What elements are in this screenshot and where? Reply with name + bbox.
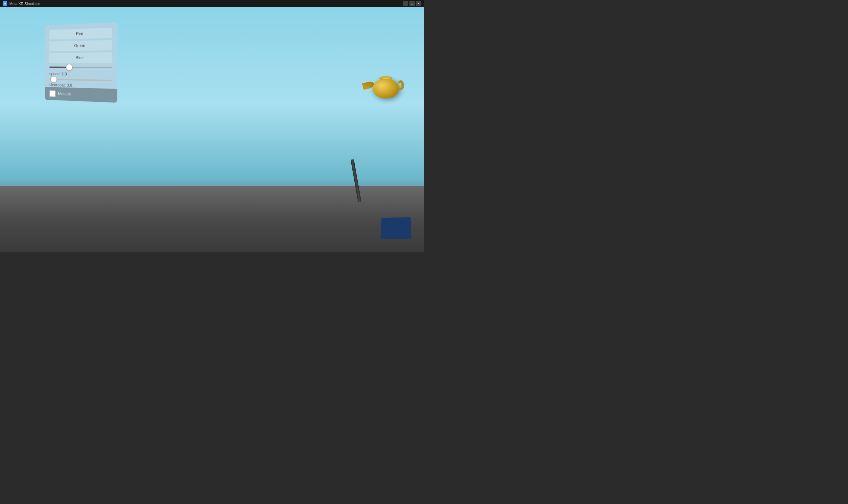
speed-slider-fill — [50, 67, 67, 68]
clearcoat-slider[interactable] — [50, 78, 112, 81]
teapot-handle — [398, 80, 404, 90]
vr-row-blue[interactable]: Blue — [50, 52, 112, 63]
teapot-object — [368, 74, 404, 104]
app-title: Meta XR Simulator — [9, 2, 403, 6]
main-layout: ⬅ Exit Session ⚙ Settings ⌨ Inputs ◎ Mix… — [0, 7, 424, 252]
blue-square-object — [381, 217, 411, 239]
viewport-surface — [0, 186, 424, 252]
vr-row-green[interactable]: Green — [50, 40, 112, 51]
vr-panel-bottom: Metallic — [45, 87, 117, 103]
window-controls: — □ ✕ — [403, 1, 421, 6]
metallic-row: Metallic — [50, 90, 112, 99]
vr-row-red[interactable]: Red — [50, 28, 112, 40]
speed-label: speed: 1.0 — [50, 72, 112, 77]
viewport[interactable]: Red Green Blue speed: 1.0 — [0, 7, 424, 252]
minimize-button[interactable]: — — [403, 1, 408, 6]
clearcoat-track — [50, 78, 112, 81]
teapot-body — [373, 78, 399, 98]
maximize-button[interactable]: □ — [409, 1, 415, 6]
speed-slider[interactable] — [50, 67, 112, 68]
speed-slider-track — [50, 67, 112, 68]
vr-panel: Red Green Blue speed: 1.0 — [45, 22, 117, 103]
clearcoat-thumb[interactable] — [50, 76, 57, 83]
metallic-checkbox[interactable] — [50, 90, 56, 97]
metallic-label: Metallic — [58, 91, 71, 96]
title-bar: M Meta XR Simulator — □ ✕ — [0, 0, 424, 7]
speed-slider-thumb[interactable] — [66, 64, 72, 71]
teapot-lid — [379, 76, 392, 80]
app-icon: M — [3, 1, 7, 6]
close-button[interactable]: ✕ — [416, 1, 421, 6]
